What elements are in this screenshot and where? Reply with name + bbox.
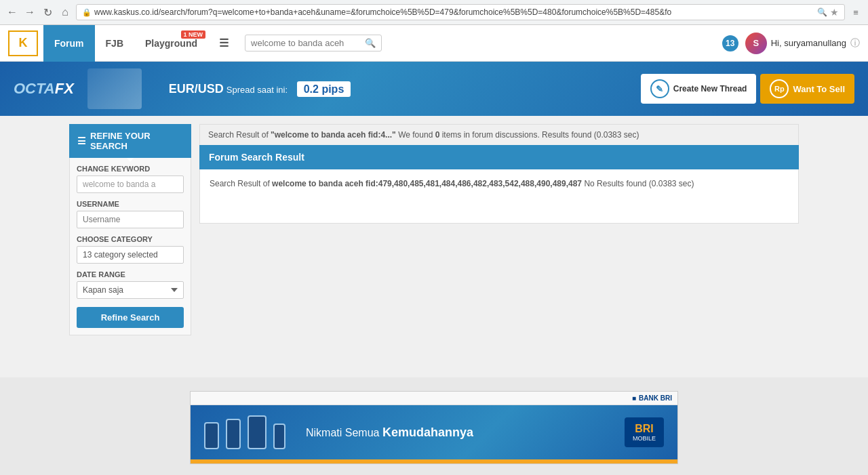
bank-label: BANK BRI [639,394,672,402]
search-query: "welcome to banda aceh fid:4..." [271,130,396,140]
bri-phones [204,415,285,449]
address-text: www.kaskus.co.id/search/forum?q=welcome+… [94,7,814,17]
result-detail: Search Result of welcome to banda aceh f… [210,179,789,188]
refine-header: ☰ REFINE YOUR SEARCH [69,124,191,158]
search-info-bar: Search Result of "welcome to banda aceh … [199,124,799,145]
rp-icon: Rp [770,79,789,98]
nav-forum[interactable]: Forum [43,25,95,62]
bottom-banner: ■ BANK BRI Nikmati Semua Kemudahannya BR… [190,391,678,464]
result-count: 0 [435,130,440,140]
help-icon[interactable]: ⓘ [850,37,860,49]
banner-actions: ✎ Create New Thread Rp Want To Sell [641,74,854,104]
result-body: Search Result of welcome to banda aceh f… [199,169,799,224]
notification-badge[interactable]: 13 [722,35,738,51]
result-time: (0.0383 sec) [649,179,694,188]
sidebar: ☰ REFINE YOUR SEARCH CHANGE KEYWORD USER… [69,124,191,335]
phone-4 [273,424,285,449]
results-box: Forum Search Result Search Result of wel… [199,145,799,224]
header-right: 13 S Hi, suryamanullang ⓘ [722,33,860,54]
playground-badge: 1 NEW [181,30,206,39]
phone-2 [226,419,241,449]
address-bar[interactable]: 🔒 www.kaskus.co.id/search/forum?q=welcom… [76,4,845,20]
refresh-button[interactable]: ↻ [41,5,54,19]
bottom-banner-header: ■ BANK BRI [191,392,677,405]
result-search-term: welcome to banda aceh fid:479,480,485,48… [272,179,582,188]
banner-octa: OCTA [14,80,55,98]
settings-icon[interactable]: ≡ [849,5,863,19]
pen-icon: ✎ [650,79,669,98]
want-to-sell-button[interactable]: Rp Want To Sell [760,74,854,104]
username: Hi, suryamanullang [771,38,846,48]
browser-actions: ≡ [849,5,863,19]
no-results-text: No Results found [584,179,646,188]
keyword-input[interactable] [77,175,184,193]
spread-text: Spread saat ini: 0.2 pips [226,85,351,95]
result-header: Forum Search Result [199,145,799,169]
bri-bottom-bar [191,459,677,463]
sidebar-form: CHANGE KEYWORD USERNAME CHOOSE CATEGORY … [69,158,191,335]
category-field[interactable]: 13 category selected [77,246,184,264]
tagline-bold: Kemudahannya [382,426,473,439]
bank-bri-logo-text: ■ [632,394,636,402]
date-label: DATE RANGE [77,270,184,278]
search-lens-icon: 🔍 [817,7,827,17]
search-input[interactable] [251,38,365,48]
nav-playground[interactable]: Playground 1 NEW [134,25,208,62]
username-label: USERNAME [77,200,184,208]
keyword-label: CHANGE KEYWORD [77,165,184,173]
logo-box[interactable]: K [8,30,38,56]
back-button[interactable]: ← [5,5,19,19]
bri-sub: MOBILE [633,435,656,442]
search-box[interactable]: 🔍 [245,35,382,51]
browser-chrome: ← → ↻ ⌂ 🔒 www.kaskus.co.id/search/forum?… [0,0,868,25]
user-area: S Hi, suryamanullang ⓘ [745,33,860,54]
banner-logo: OCTA FX [14,80,74,98]
nav-menu[interactable]: ☰ [208,25,239,62]
banner-graphic [87,68,142,109]
bri-text: Nikmati Semua Kemudahannya [306,426,473,440]
create-thread-button[interactable]: ✎ Create New Thread [641,74,757,104]
app-header: K Forum FJB Playground 1 NEW ☰ 🔍 13 S Hi… [0,25,868,62]
avatar: S [745,33,767,54]
phone-3 [248,415,267,449]
refine-search-button[interactable]: Refine Search [77,307,184,328]
bri-logo: BRI MOBILE [625,417,664,447]
category-label: CHOOSE CATEGORY [77,235,184,243]
list-icon: ☰ [77,136,86,146]
phone-1 [204,422,219,449]
home-button[interactable]: ⌂ [58,5,72,19]
bottom-banner-area: ■ BANK BRI Nikmati Semua Kemudahannya BR… [0,377,868,475]
banner-content: EUR/USD Spread saat ini: 0.2 pips [169,82,351,96]
search-icon[interactable]: 🔍 [365,38,376,48]
forward-button[interactable]: → [23,5,37,19]
nav-fjb[interactable]: FJB [95,25,134,62]
username-input[interactable] [77,211,184,228]
logo-letter: K [19,36,28,50]
banner-fx: FX [55,80,74,98]
bri-name: BRI [633,423,656,435]
pips-value: 0.2 pips [297,81,351,97]
currency-pair: EUR/USD [169,82,224,96]
bri-banner: Nikmati Semua Kemudahannya BRI MOBILE [191,405,677,459]
main-content: ☰ REFINE YOUR SEARCH CHANGE KEYWORD USER… [61,116,807,344]
bookmark-icon[interactable]: ★ [830,7,839,18]
date-select[interactable]: Kapan saja [77,281,184,299]
content-area: Search Result of "welcome to banda aceh … [199,124,799,335]
lock-icon: 🔒 [82,8,92,17]
banner: OCTA FX EUR/USD Spread saat ini: 0.2 pip… [0,62,868,116]
